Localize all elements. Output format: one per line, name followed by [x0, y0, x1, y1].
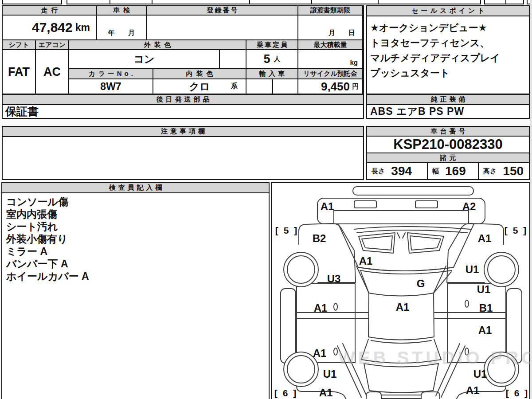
inspector-notes-box: 検査員記入欄 コンソール傷室内内張傷シート汚れ外装小傷有りミラー Aバンパー下 … [1, 182, 270, 399]
page-edge [530, 0, 532, 399]
left-sill [281, 289, 296, 363]
damage-code-right-front-door: B1 [479, 302, 493, 314]
length-value: 394 [391, 164, 412, 178]
rear-right-wheel [484, 352, 519, 387]
inspector-note-line: ミラー A [6, 245, 265, 258]
inspector-note-line: コンソール傷 [6, 196, 265, 208]
recycle-deposit-header: リサイクル預託金 [298, 69, 363, 79]
damage-code-left-front-fender: B2 [313, 232, 326, 244]
import-car-header: 輸入車 [246, 69, 298, 79]
spec-width: 幅 169 [428, 163, 479, 179]
inspector-lines: コンソール傷室内内張傷シート汚れ外装小傷有りミラー Aバンパー下 Aホイールカバ… [2, 193, 269, 285]
damage-code-right-rear-quarter: U1 [473, 368, 487, 380]
aircon-header: エアコン [36, 40, 69, 50]
specs-header: 諸元 [367, 153, 529, 163]
damage-code-left-rear-quarter: U1 [323, 368, 337, 380]
import-car-value-cell2 [273, 79, 298, 94]
damage-code-right-rear-lower: A1 [466, 384, 480, 396]
transfer-deadline-value: 月 日 [298, 16, 363, 40]
damage-code-left-front-door: A1 [314, 302, 328, 314]
car-diagram-box: A1A2B2A1U3U1A1GA1A1U1B1A1A1U1U1A1A1[ 5 ]… [271, 182, 530, 399]
max-load-unit: kg [298, 50, 363, 69]
registration-header: 登録番号 [147, 6, 298, 16]
chassis-number-value: KSP210-0082330 [367, 137, 529, 153]
mileage-value-cell: 47,842 km [3, 16, 97, 40]
front-left-wheel [284, 252, 318, 287]
recycle-deposit-value-cell: 9,450 円 [298, 79, 363, 94]
tire-depth-rear-left: [ 6 ] [274, 388, 297, 398]
inspector-notes-header: 検査員記入欄 [2, 183, 269, 193]
spec-length: 長さ 394 [367, 163, 428, 179]
tire-depth-front-left: [ 5 ] [275, 225, 298, 235]
shaken-header: 車検 [97, 6, 147, 16]
front-right-wheel [484, 252, 519, 287]
damage-code-right-front-door-upper: U1 [477, 283, 491, 295]
length-label: 長さ [372, 167, 385, 176]
damage-code-hood: A1 [359, 255, 373, 267]
capacity-unit: 人 [274, 55, 281, 63]
exterior-color-value: コン [69, 50, 220, 69]
color-no-value: 8W7 [69, 79, 153, 94]
mileage-value: 47,842 [32, 20, 73, 35]
width-value: 169 [445, 164, 466, 178]
damage-code-left-rear-door: A1 [313, 347, 327, 359]
top-strip-fragment [2, 0, 62, 4]
interior-color-header: 内装色 [153, 69, 246, 79]
interior-color-value: クロ [189, 80, 210, 94]
later-parts-box: 後日発送部品 保証書 [2, 94, 364, 119]
inspector-note-line: 外装小傷有り [6, 233, 265, 245]
interior-color-value-cell: クロ 系 [153, 79, 246, 94]
chassis-specs-box: 車台番号 KSP210-0082330 諸元 長さ 394 幅 169 高さ 1… [366, 126, 530, 180]
car-diagram: A1A2B2A1U3U1A1GA1A1U1B1A1A1U1U1A1A1[ 5 ]… [272, 183, 529, 399]
sales-points-box: セールスポイント ★オークションデビュー★トヨタセーフティセンス、マルチメディア… [366, 5, 530, 94]
specs-row: 長さ 394 幅 169 高さ 150 [367, 163, 529, 179]
width-label: 幅 [432, 167, 439, 176]
height-label: 高さ [483, 167, 497, 176]
inspector-note-line: シート汚れ [6, 220, 265, 233]
max-load-header: 最大積載量 [298, 40, 363, 50]
right-sill [507, 289, 522, 363]
sales-point-line: マルチメディアディスプレイ [370, 51, 526, 66]
tire-depth-rear-right: [ 6 ] [506, 388, 529, 398]
sales-point-line: プッシュスタート [370, 66, 526, 81]
roof [368, 293, 434, 343]
tire-depth-front-right: [ 5 ] [505, 225, 528, 235]
sales-points-header: セールスポイント [367, 6, 529, 16]
notes-header: 注意事項欄 [3, 127, 363, 137]
inspector-note-line: ホイールカバー A [6, 270, 265, 282]
recycle-deposit-value: 9,450 [321, 80, 350, 94]
capacity-value: 5 [263, 52, 270, 66]
mileage-unit: km [75, 22, 90, 34]
sales-point-line: トヨタセーフティセンス、 [370, 35, 526, 51]
damage-code-roof: A1 [396, 301, 410, 313]
notes-box: 注意事項欄 [2, 126, 364, 180]
damage-code-right-front-fender-lower: U1 [466, 263, 479, 275]
chassis-number-header: 車台番号 [367, 127, 529, 137]
genuine-equipment-header: 純正装備 [367, 95, 529, 105]
registration-value [147, 16, 298, 40]
recycle-deposit-unit: 円 [352, 82, 359, 91]
capacity-header: 乗車定員 [246, 40, 298, 50]
shift-header: シフト [3, 40, 36, 50]
notes-value [3, 137, 363, 179]
damage-code-right-rear-door: A1 [478, 324, 492, 336]
mileage-header: 走行 [3, 6, 97, 16]
damage-code-right-front-fender: A1 [478, 232, 492, 244]
genuine-equipment-value: ABS エアB PS PW [367, 105, 529, 118]
exterior-color-extra-cell [220, 50, 246, 69]
vehicle-spec-table: 走行 車検 登録番号 譲渡書類期限 47,842 km 年 月 月 日 シフト … [2, 5, 364, 94]
auction-sheet: 走行 車検 登録番号 譲渡書類期限 47,842 km 年 月 月 日 シフト … [0, 0, 532, 399]
sales-point-line: ★オークションデビュー★ [370, 20, 526, 35]
spec-height: 高さ 150 [479, 163, 529, 179]
later-parts-header: 後日発送部品 [3, 95, 363, 105]
later-parts-value: 保証書 [3, 105, 363, 118]
transfer-deadline-header: 譲渡書類期限 [298, 6, 363, 16]
aircon-value: AC [36, 50, 69, 94]
sales-points-lines: ★オークションデビュー★トヨタセーフティセンス、マルチメディアディスプレイプッシ… [367, 16, 529, 85]
damage-code-cowl: G [417, 278, 425, 289]
genuine-equipment-box: 純正装備 ABS エアB PS PW [366, 94, 530, 119]
top-strip-fragment [484, 0, 524, 4]
front-plate-bar [353, 187, 473, 195]
exterior-color-header: 外装色 [69, 40, 246, 50]
damage-code-left-rear-lower: A1 [319, 387, 333, 399]
